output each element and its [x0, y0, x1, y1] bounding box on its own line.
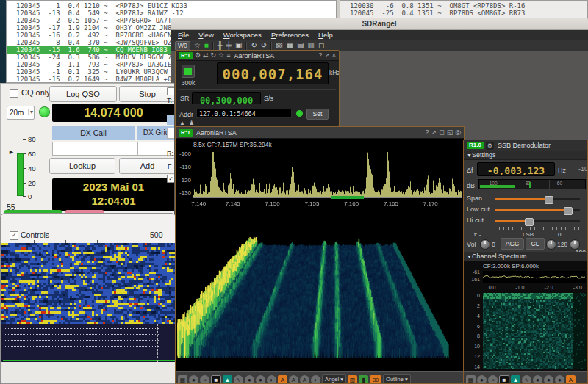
dot-icon[interactable]: ●: [256, 375, 265, 384]
close-icon[interactable]: ×: [332, 51, 336, 59]
maximize-icon[interactable]: ◻: [439, 128, 444, 137]
stack-windows-icon[interactable]: ▤: [297, 40, 304, 51]
cl-button[interactable]: CL: [526, 238, 545, 250]
undock-icon[interactable]: ↗: [324, 51, 330, 59]
band-select[interactable]: 20m ▾: [7, 106, 35, 120]
help-icon[interactable]: ?: [318, 51, 322, 59]
rotate-b-icon[interactable]: ↺: [261, 40, 267, 51]
center-frequency-dial[interactable]: 000,007,164: [217, 62, 329, 84]
gear-icon[interactable]: ⚙: [195, 51, 201, 59]
help-icon[interactable]: ?: [426, 128, 429, 137]
style-select[interactable]: Outline ▾: [383, 374, 411, 384]
tile-windows-icon[interactable]: ▦: [287, 40, 293, 51]
sdrangel-titlebar[interactable]: SDRangel: [171, 18, 588, 30]
sampling-active-icon[interactable]: ■: [204, 40, 209, 51]
cascade-windows-icon[interactable]: ▧: [276, 40, 282, 51]
hi-cut-slider[interactable]: [495, 220, 580, 222]
decode-row[interactable]: 120345 1 0.4 1210 ~ <RP78J> EU1CZ KO33: [7, 2, 336, 10]
swap-device-icon[interactable]: ⇄: [203, 51, 209, 59]
spectrogram-3d-canvas[interactable]: [177, 209, 464, 371]
colormap-select[interactable]: Angel ▾: [322, 374, 346, 384]
menu-item[interactable]: View: [198, 31, 213, 39]
rotate-a-icon[interactable]: ↻: [251, 40, 257, 51]
half-icon[interactable]: ◐: [267, 375, 276, 384]
up-triangle-icon[interactable]: ▲: [179, 119, 185, 126]
start-stop-button[interactable]: [182, 65, 195, 78]
addr-input[interactable]: [196, 109, 292, 118]
wg-spectrum-area[interactable]: [1, 324, 176, 362]
workspace-button[interactable]: W0: [175, 41, 190, 51]
wg-waterfall-canvas[interactable]: [1, 243, 176, 324]
reference-level-icon[interactable]: ■: [499, 375, 509, 384]
dx-call-input[interactable]: [52, 142, 139, 156]
low-cut-slider[interactable]: [495, 209, 580, 211]
grid-icon[interactable]: ▦: [466, 375, 476, 384]
vstack-windows-icon[interactable]: ▥: [308, 40, 315, 51]
agc-threshold-knob[interactable]: [570, 239, 580, 250]
delta-f-dial[interactable]: -0,003,123: [477, 162, 555, 176]
undock-icon[interactable]: ↗: [431, 128, 437, 137]
wave-icon[interactable]: ∿: [234, 375, 243, 384]
wave-icon[interactable]: ∿: [522, 375, 531, 384]
sliver-checkbox[interactable]: [167, 87, 174, 95]
maximize-window-icon[interactable]: ◻: [318, 40, 324, 51]
sliver-checked-checkbox[interactable]: ✓: [167, 175, 174, 183]
agc-time-knob[interactable]: [546, 239, 556, 250]
averaging-icon[interactable]: A: [566, 375, 576, 384]
clear-icon[interactable]: ×: [200, 375, 209, 384]
volume-knob[interactable]: [480, 239, 490, 250]
clear-icon[interactable]: ×: [488, 375, 498, 384]
spectrum-plot-canvas[interactable]: [193, 151, 462, 198]
decode-row[interactable]: 120030 -6 0.8 1351 ~ OM8GT <RP78DS> R-16: [340, 2, 587, 10]
marker-icon[interactable]: ▲: [511, 375, 520, 384]
add-device-icon[interactable]: ╫: [218, 40, 223, 51]
bar-icon[interactable]: ▮: [359, 375, 368, 384]
stop-button[interactable]: Stop: [119, 86, 174, 102]
grid-icon[interactable]: ▦: [178, 375, 187, 384]
averaging-mode-icon[interactable]: A: [289, 375, 298, 384]
controls-checkbox[interactable]: ✓: [10, 231, 18, 240]
cq-only-checkbox[interactable]: [10, 89, 18, 98]
decay-value[interactable]: 30: [370, 375, 381, 384]
dot-icon[interactable]: ●: [189, 375, 198, 384]
sample-rate-dial[interactable]: 00,300,000: [192, 92, 261, 104]
position-icon[interactable]: ♟: [189, 119, 194, 126]
bars-icon[interactable]: ▥: [348, 375, 357, 384]
add-feature-icon[interactable]: ╪: [226, 40, 232, 51]
channel-marker[interactable]: [331, 196, 364, 199]
device-titlebar[interactable]: R:1 ⚙ ⇄ ↻ ☆ ≡ AaroniaRTSA ? ↗ ×: [176, 51, 339, 61]
layout-icon[interactable]: ≡: [226, 51, 230, 59]
reload-device-icon[interactable]: ↻: [211, 51, 217, 59]
menu-item[interactable]: Preferences: [271, 31, 309, 39]
fullscreen-icon[interactable]: ◱: [447, 128, 453, 137]
menu-item[interactable]: Workspaces: [223, 31, 262, 39]
dot-icon[interactable]: ●: [555, 375, 564, 384]
star-icon[interactable]: ☆: [218, 51, 224, 59]
decode-row[interactable]: 120345 -13 0.4 549 ~ <RP78J> RA1WZ -12: [7, 10, 336, 17]
marker-icon[interactable]: ▲: [223, 375, 232, 384]
log-qso-button[interactable]: Log QSO: [49, 86, 117, 102]
hide-icon[interactable]: ◎: [455, 128, 461, 137]
set-address-button[interactable]: Set: [306, 109, 329, 120]
lookup-button[interactable]: Lookup: [49, 158, 115, 174]
sliver-input[interactable]: [167, 128, 174, 139]
ssb-titlebar[interactable]: R1.0 ⚙ SSB Demodulator: [464, 140, 587, 151]
half-icon[interactable]: ◐: [311, 375, 320, 384]
dot-icon[interactable]: ●: [544, 375, 553, 384]
averaging-icon[interactable]: A: [278, 375, 287, 384]
workspace-config-icon[interactable]: ▣: [235, 40, 242, 51]
dot-icon[interactable]: ●: [477, 375, 487, 384]
averaging-value-icon[interactable]: A: [300, 375, 309, 384]
spectrum-titlebar[interactable]: R:1 AaroniaRTSA ? ↗ ◻ ◱ ◎: [176, 127, 464, 139]
frequency-display[interactable]: 14.074 000: [52, 104, 174, 122]
add-button[interactable]: Add: [119, 158, 174, 174]
reference-level-icon[interactable]: ■: [211, 375, 221, 384]
agc-button[interactable]: AGC: [501, 238, 524, 250]
decode-row[interactable]: 120045 -25 0.4 1351 ~ RP78DS <OM8GT> RR7…: [340, 10, 587, 17]
span-slider[interactable]: [495, 198, 580, 200]
dot-icon[interactable]: ●: [533, 375, 542, 384]
menu-item[interactable]: File: [178, 31, 189, 39]
menu-item[interactable]: Help: [318, 31, 333, 39]
gear-icon[interactable]: ⚙: [486, 142, 494, 150]
settings-section-header[interactable]: ▼Settings: [464, 151, 587, 160]
